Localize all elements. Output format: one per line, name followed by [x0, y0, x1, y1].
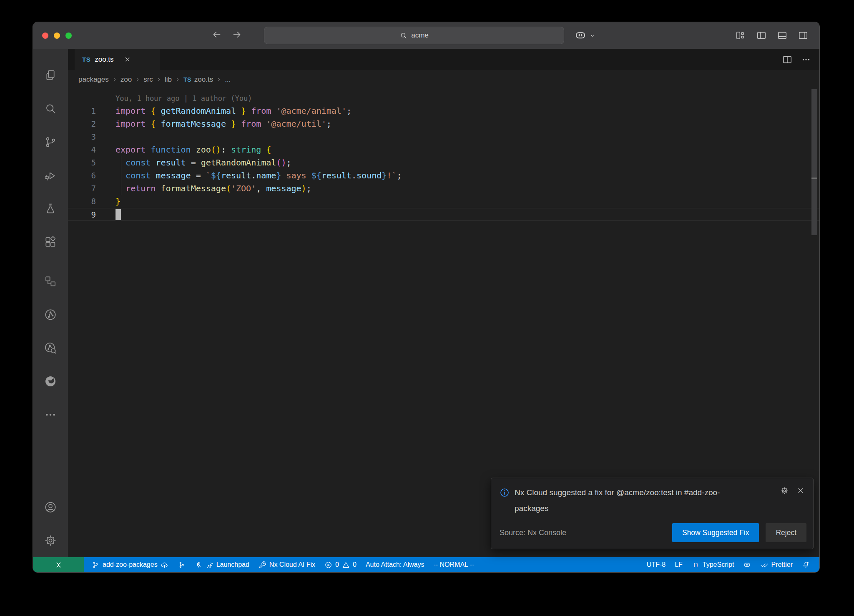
activity-item-edge-tools[interactable]: [33, 365, 68, 398]
more-views-icon: [801, 55, 811, 65]
nx-graph-search-icon: [44, 341, 57, 355]
status-source-control-graph[interactable]: [173, 557, 190, 572]
status-copilot[interactable]: [738, 557, 756, 572]
activity-item-nx-graph[interactable]: [33, 298, 68, 331]
notification-close-icon[interactable]: [796, 486, 805, 495]
line-number: 5: [68, 156, 96, 169]
typescript-file-icon: TS: [82, 56, 90, 63]
breadcrumb-lib[interactable]: lib: [165, 75, 172, 84]
activity-item-source-control[interactable]: [33, 125, 68, 159]
status-auto-attach[interactable]: Auto Attach: Always: [361, 557, 429, 572]
activity-item-search[interactable]: [33, 92, 68, 125]
copilot-icon: [574, 29, 587, 42]
close-icon: [796, 486, 805, 495]
search-value: acme: [411, 31, 429, 40]
status-nx-cloud-ai-fix[interactable]: Nx Cloud AI Fix: [254, 557, 320, 572]
activity-item-nx-graph-search[interactable]: [33, 331, 68, 365]
notification-settings-gear-icon[interactable]: [780, 486, 789, 495]
breadcrumb-packages[interactable]: packages: [78, 75, 109, 84]
status-launchpad[interactable]: Launchpad: [190, 557, 254, 572]
code-line-8[interactable]: 8}: [68, 195, 819, 208]
explorer-icon: [44, 69, 57, 82]
toggle-primary-sidebar-button[interactable]: [756, 30, 767, 41]
status-encoding[interactable]: UTF-8: [642, 557, 670, 572]
toggle-secondary-sidebar-button[interactable]: [798, 30, 809, 41]
layout-controls: [735, 30, 809, 41]
status-vim-mode[interactable]: -- NORMAL --: [429, 557, 479, 572]
breadcrumb-ellipsis[interactable]: ...: [225, 75, 231, 84]
activity-item-run-debug[interactable]: [33, 159, 68, 192]
arrow-right-icon: [231, 29, 242, 40]
breadcrumbs: packageszoosrclibTSzoo.ts...: [68, 70, 819, 89]
status-eol[interactable]: LF: [670, 557, 687, 572]
zoom-window-button[interactable]: [65, 33, 72, 39]
copilot-menu[interactable]: [574, 29, 595, 42]
status-bar: add-zoo-packagesLaunchpadNx Cloud AI Fix…: [33, 557, 819, 572]
command-center-search[interactable]: acme: [264, 27, 564, 44]
desktop: acme TS zoo.ts: [0, 0, 854, 616]
activity-item-accounts[interactable]: [33, 491, 68, 524]
chevron-right-icon: [174, 76, 181, 83]
title-bar: acme: [33, 22, 819, 49]
close-tab-button[interactable]: [124, 56, 131, 63]
plug-icon: [206, 561, 214, 569]
status-language[interactable]: {}TypeScript: [687, 557, 739, 572]
code-line-6[interactable]: 6 const message = `${result.name} says $…: [68, 169, 819, 182]
error-circle-icon: [324, 561, 332, 569]
accounts-icon: [44, 501, 57, 514]
tab-bar: TS zoo.ts: [68, 49, 819, 70]
breadcrumb-src[interactable]: src: [143, 75, 153, 84]
git-branch-icon: [92, 561, 100, 569]
chevron-right-icon: [111, 76, 118, 83]
activity-item-testing[interactable]: [33, 192, 68, 225]
status-problems[interactable]: 00: [320, 557, 361, 572]
code-line-5[interactable]: 5 const result = getRandomAnimal();: [68, 156, 819, 169]
status-git-branch[interactable]: add-zoo-packages: [87, 557, 173, 572]
split-editor-button[interactable]: [782, 54, 793, 65]
remote-indicator[interactable]: [33, 557, 84, 572]
back-button[interactable]: [211, 29, 222, 42]
activity-item-settings[interactable]: [33, 524, 68, 557]
show-suggested-fix-button[interactable]: Show Suggested Fix: [672, 523, 759, 542]
remote-icon: [54, 560, 63, 570]
activity-item-more-views[interactable]: [33, 398, 68, 431]
customize-layout-button[interactable]: [735, 30, 746, 41]
indent-guide: [121, 156, 121, 195]
info-icon: [500, 488, 510, 516]
code-line-9[interactable]: 9: [68, 208, 819, 221]
code-line-4[interactable]: 4export function zoo(): string {: [68, 143, 819, 156]
layout-sidebar-right-icon: [798, 30, 809, 41]
reject-button[interactable]: Reject: [766, 523, 806, 542]
activity-item-project-hierarchy[interactable]: [33, 265, 68, 298]
typescript-file-icon: TS: [183, 76, 191, 83]
tab-zoo-ts[interactable]: TS zoo.ts: [75, 49, 160, 70]
breadcrumb-zoo[interactable]: zoo: [121, 75, 132, 84]
line-number: 1: [68, 105, 96, 118]
minimize-window-button[interactable]: [54, 33, 60, 39]
chevron-right-icon: [216, 76, 222, 83]
code-line-2[interactable]: 2import { formatMessage } from '@acme/ut…: [68, 118, 819, 130]
git-blame-annotation: You, 1 hour ago | 1 author (You): [116, 93, 819, 105]
status-notifications[interactable]: [797, 557, 814, 572]
activity-bar: [33, 49, 68, 557]
close-window-button[interactable]: [42, 33, 48, 39]
editor-actions: [782, 49, 811, 70]
code-line-1[interactable]: 1import { getRandomAnimal } from '@acme/…: [68, 105, 819, 118]
activity-item-extensions[interactable]: [33, 225, 68, 259]
breadcrumb-file[interactable]: TSzoo.ts: [183, 75, 213, 84]
forward-button[interactable]: [231, 29, 242, 42]
code-line-3[interactable]: 3: [68, 130, 819, 143]
chevron-down-icon: [589, 33, 595, 39]
remote-icon: [54, 560, 63, 570]
more-actions-button[interactable]: [801, 55, 811, 65]
chevron-right-icon: [156, 76, 162, 83]
editor-scrollbar[interactable]: [811, 89, 817, 235]
chevron-right-icon: [134, 76, 141, 83]
status-prettier[interactable]: Prettier: [756, 557, 797, 572]
overview-ruler-cursor-marker: [811, 178, 817, 179]
activity-item-explorer[interactable]: [33, 59, 68, 92]
chevron-right-icon: [111, 76, 118, 83]
copilot-icon: [574, 29, 587, 42]
toggle-panel-button[interactable]: [777, 30, 788, 41]
code-line-7[interactable]: 7 return formatMessage('ZOO', message);: [68, 182, 819, 195]
